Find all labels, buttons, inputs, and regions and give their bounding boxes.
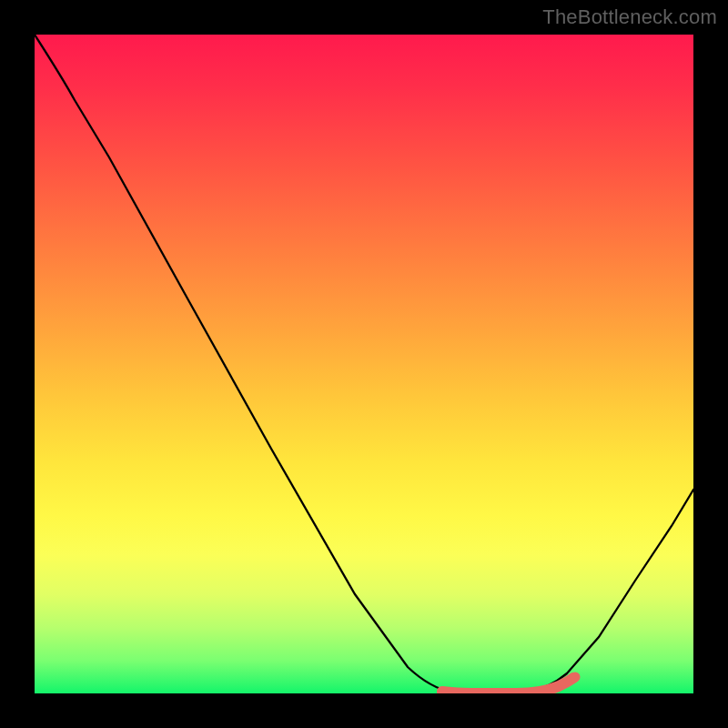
optimum-end-dot — [571, 672, 581, 682]
curve-path — [35, 35, 693, 693]
watermark-text: TheBottleneck.com — [542, 5, 717, 29]
plot-area — [35, 35, 693, 693]
bottleneck-curve — [35, 35, 693, 693]
optimum-band — [442, 678, 573, 693]
chart-frame: TheBottleneck.com — [0, 0, 728, 728]
